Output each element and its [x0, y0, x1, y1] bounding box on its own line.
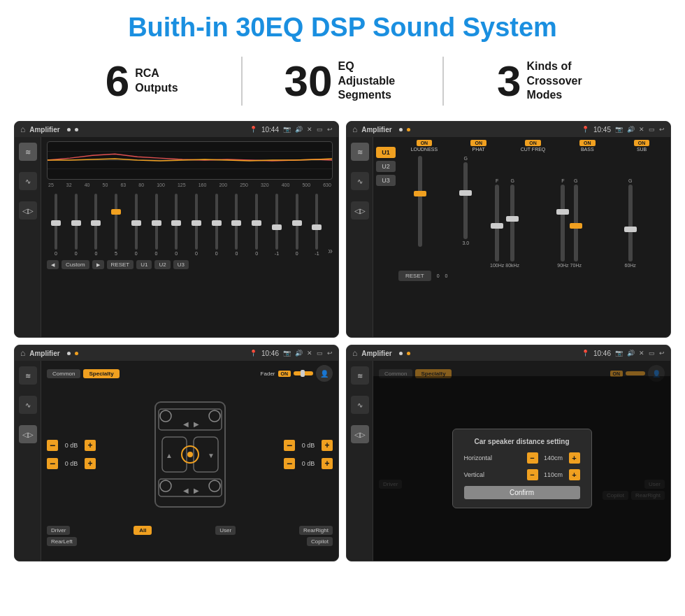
eq-val-8: 0 [215, 251, 218, 256]
u3-btn[interactable]: U3 [173, 260, 189, 269]
speaker-icon-3[interactable]: ◁▷ [19, 425, 37, 443]
rearleft-btn-3[interactable]: RearLeft [47, 537, 77, 546]
screen-speaker: ⌂ Amplifier 📍 10:46 📷 🔊 ✕ ▭ ↩ ≋ ∿ ◁▷ Com… [14, 345, 339, 561]
x-icon-3: ✕ [307, 350, 312, 357]
user-btn-3[interactable]: User [215, 526, 236, 535]
eq-slider-10[interactable]: 0 [247, 194, 266, 256]
rearright-btn-3[interactable]: RearRight [299, 526, 333, 535]
horizontal-plus[interactable]: + [569, 452, 580, 464]
eq-icon-1[interactable]: ≋ [19, 143, 37, 161]
cutfreq-f-thumb[interactable] [491, 223, 503, 229]
eq-slider-6[interactable]: 0 [167, 194, 185, 256]
x-icon-2: ✕ [639, 126, 644, 133]
stat-number-rca: 6 [106, 59, 129, 103]
eq-slider-0[interactable]: 0 [47, 194, 65, 256]
u1-btn[interactable]: U1 [136, 260, 152, 269]
db4-minus[interactable]: − [284, 458, 295, 469]
eq-val-7: 0 [195, 251, 198, 256]
wave-icon-1[interactable]: ∿ [19, 172, 37, 190]
db2-minus[interactable]: − [47, 458, 58, 469]
bass-f-thumb[interactable] [556, 209, 569, 215]
sub-g-thumb[interactable] [624, 227, 637, 232]
screens-grid: ⌂ Amplifier 📍 10:44 📷 🔊 ✕ ▭ ↩ ≋ ∿ ◁▷ [0, 115, 685, 567]
stat-crossover: 3 Kinds ofCrossover Modes [444, 59, 643, 103]
cutfreq-g-thumb[interactable] [506, 216, 519, 222]
db3-minus[interactable]: − [284, 440, 295, 451]
copilot-btn-3[interactable]: Copilot [307, 537, 333, 546]
eq-val-0: 0 [55, 251, 57, 256]
common-tab-3[interactable]: Common [47, 369, 80, 378]
db1-plus[interactable]: + [85, 440, 96, 451]
phat-on: ON [470, 140, 486, 146]
eq-slider-5[interactable]: 0 [147, 194, 166, 256]
db2-plus[interactable]: + [85, 458, 96, 469]
eq-icon-2[interactable]: ≋ [351, 143, 369, 161]
confirm-button[interactable]: Confirm [464, 486, 580, 499]
status-dot-4b [407, 352, 410, 355]
db4-plus[interactable]: + [322, 458, 333, 469]
eq-slider-3[interactable]: 5 [107, 194, 125, 256]
u1-tab[interactable]: U1 [376, 147, 396, 158]
phat-thumb[interactable] [459, 190, 472, 196]
location-icon-1: 📍 [250, 126, 257, 133]
eq-slider-12[interactable]: 0 [288, 194, 306, 256]
bass-g-thumb[interactable] [570, 223, 582, 229]
sub-ctrl: ON SUB [616, 140, 668, 152]
eq-freq-labels: 25 32 40 50 63 80 100 125 160 200 250 32… [47, 182, 333, 187]
cutfreq-f-track [495, 185, 499, 262]
fader-slider-3[interactable] [294, 371, 313, 375]
driver-btn-3[interactable]: Driver [47, 526, 70, 535]
loudness-thumb[interactable] [414, 191, 426, 196]
eq-slider-4[interactable]: 0 [127, 194, 145, 256]
prev-btn[interactable]: ◀ [47, 260, 59, 269]
horizontal-value-row: − 140cm + [527, 452, 580, 464]
u2-tab[interactable]: U2 [376, 161, 396, 172]
eq-track-10 [255, 194, 258, 250]
speaker-icon-1[interactable]: ◁▷ [19, 201, 37, 220]
status-dot-1b [75, 128, 78, 131]
horizontal-minus[interactable]: − [527, 452, 538, 464]
vertical-plus[interactable]: + [569, 469, 580, 480]
eq-slider-8[interactable]: 0 [208, 194, 226, 256]
eq-slider-13[interactable]: -1 [308, 194, 326, 256]
reset-row: RESET 0 0 [398, 271, 668, 281]
sub-g-label: G [628, 178, 632, 183]
db1-minus[interactable]: − [47, 440, 58, 451]
bass-f-label: F [561, 178, 564, 183]
eq-val-2: 0 [94, 251, 97, 256]
specialty-tab-3[interactable]: Specialty [83, 369, 119, 378]
eq-icon-3[interactable]: ≋ [19, 366, 37, 385]
eq-slider-9[interactable]: 0 [228, 194, 246, 256]
eq-slider-1[interactable]: 0 [67, 194, 85, 256]
eq-slider-2[interactable]: 0 [87, 194, 105, 256]
sub-label: SUB [637, 147, 647, 152]
u2-btn[interactable]: U2 [154, 260, 170, 269]
eq-slider-11[interactable]: -1 [268, 194, 286, 256]
user-icon-3[interactable]: 👤 [316, 365, 333, 382]
screen2-content: U1 U2 U3 ON LOUDNESS ON [373, 137, 670, 337]
wave-icon-3[interactable]: ∿ [19, 396, 37, 414]
screen3-layout: ≋ ∿ ◁▷ Common Specialty Fader ON [15, 361, 338, 561]
play-btn[interactable]: ▶ [92, 260, 104, 269]
screen3-title: Amplifier [29, 350, 59, 357]
screen-eq: ⌂ Amplifier 📍 10:44 📷 🔊 ✕ ▭ ↩ ≋ ∿ ◁▷ [14, 121, 339, 338]
cutfreq-f-container: F 100Hz [490, 178, 504, 268]
speaker-icon-2[interactable]: ◁▷ [351, 201, 369, 220]
stat-eq: 30 EQ AdjustableSegments [243, 59, 442, 103]
crossover-controls: ON LOUDNESS ON PHAT ON CUT FREQ [398, 140, 668, 334]
eq-thumb-3 [111, 209, 121, 215]
eq-slider-7[interactable]: 0 [187, 194, 206, 256]
vertical-minus[interactable]: − [527, 469, 538, 480]
wave-icon-4[interactable]: ∿ [351, 396, 369, 414]
eq-icon-4[interactable]: ≋ [351, 366, 369, 385]
reset-btn-1[interactable]: RESET [107, 260, 134, 269]
speaker-icon-4[interactable]: ◁▷ [351, 425, 369, 443]
all-btn-3[interactable]: All [134, 526, 152, 535]
cutfreq-g-label: G [510, 178, 514, 183]
wave-icon-2[interactable]: ∿ [351, 172, 369, 190]
reset-btn-2[interactable]: RESET [398, 271, 431, 281]
custom-btn[interactable]: Custom [62, 260, 89, 269]
db3-plus[interactable]: + [322, 440, 333, 451]
u3-tab[interactable]: U3 [376, 175, 396, 186]
svg-point-9 [187, 452, 193, 457]
